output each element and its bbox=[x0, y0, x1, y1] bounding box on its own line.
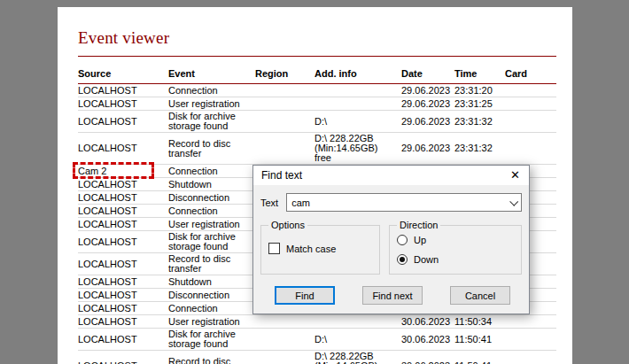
cell-date: 30.06.2023 bbox=[401, 317, 454, 327]
cell-event: Record to disc transfer bbox=[168, 139, 255, 159]
cell-event: User registration bbox=[168, 99, 255, 109]
cell-source: LOCALHOST bbox=[78, 259, 168, 269]
cell-time: 23:31:32 bbox=[454, 117, 505, 127]
cell-event: Connection bbox=[168, 206, 255, 216]
cell-event: Connection bbox=[168, 167, 255, 176]
cell-source: LOCALHOST bbox=[78, 180, 168, 190]
cell-event: Disk for archive storage found bbox=[168, 232, 255, 252]
column-header-region: Region bbox=[255, 68, 314, 79]
cell-add-info: D:\ bbox=[314, 335, 401, 345]
cell-source: LOCALHOST bbox=[78, 99, 168, 109]
cancel-button[interactable]: Cancel bbox=[450, 286, 510, 305]
match-case-label: Match case bbox=[286, 244, 336, 254]
cell-event: User registration bbox=[168, 220, 255, 229]
checkbox-icon[interactable] bbox=[268, 243, 280, 254]
cell-source: LOCALHOST bbox=[78, 86, 168, 96]
search-text-combobox[interactable]: cam bbox=[286, 193, 522, 212]
cell-event: Connection bbox=[168, 304, 255, 314]
cell-source: LOCALHOST bbox=[78, 117, 168, 127]
dialog-title: Find text bbox=[261, 169, 302, 182]
column-header-date: Date bbox=[401, 68, 454, 79]
column-header-event: Event bbox=[168, 68, 255, 79]
options-group-label: Options bbox=[268, 220, 307, 230]
column-header-card: Card bbox=[505, 68, 556, 79]
table-row[interactable]: LOCALHOSTConnection29.06.202323:31:20 bbox=[78, 84, 556, 97]
cell-event: Disconnection bbox=[168, 193, 255, 203]
table-row[interactable]: LOCALHOSTRecord to disc transferD:\ 228.… bbox=[78, 133, 556, 165]
cell-date: 29.06.2023 bbox=[401, 99, 454, 109]
find-button[interactable]: Find bbox=[275, 286, 335, 305]
find-match-highlight: Cam 2 bbox=[78, 167, 106, 176]
cell-event: Record to disc transfer bbox=[168, 357, 255, 364]
cell-date: 29.06.2023 bbox=[401, 143, 454, 153]
direction-down-label: Down bbox=[414, 254, 439, 265]
cell-time: 11:50:41 bbox=[454, 335, 505, 345]
column-header-source: Source bbox=[78, 68, 168, 79]
cell-source: LOCALHOST bbox=[78, 237, 168, 247]
text-field-row: Text cam bbox=[260, 193, 522, 212]
cell-time: 23:31:25 bbox=[454, 99, 505, 109]
dialog-groups: Options Match case Direction Up Down bbox=[260, 220, 522, 275]
cell-time: 23:31:32 bbox=[454, 143, 505, 153]
direction-group: Direction Up Down bbox=[389, 220, 522, 275]
cell-date: 29.06.2023 bbox=[401, 117, 454, 127]
cell-source: Cam 2 bbox=[78, 167, 168, 176]
table-row[interactable]: LOCALHOSTUser registration30.06.202311:5… bbox=[78, 315, 556, 329]
cell-event: Disconnection bbox=[168, 290, 255, 300]
table-row[interactable]: LOCALHOSTDisk for archive storage foundD… bbox=[78, 329, 556, 351]
direction-group-label: Direction bbox=[397, 220, 440, 230]
cell-source: LOCALHOST bbox=[78, 143, 168, 153]
page-title: Event viewer bbox=[78, 28, 556, 48]
cell-time: 11:50:34 bbox=[454, 317, 505, 327]
column-header-addinfo: Add. info bbox=[314, 68, 401, 79]
table-row[interactable]: LOCALHOSTRecord to disc transferD:\ 228.… bbox=[78, 351, 556, 364]
match-case-checkbox[interactable]: Match case bbox=[268, 243, 372, 254]
table-row[interactable]: LOCALHOSTDisk for archive storage foundD… bbox=[78, 111, 556, 133]
direction-up-radio[interactable]: Up bbox=[397, 235, 514, 245]
cell-event: User registration bbox=[168, 317, 255, 327]
cell-event: Connection bbox=[168, 86, 255, 96]
table-header-row: Source Event Region Add. info Date Time … bbox=[78, 57, 556, 84]
dialog-body: Text cam Options Match case Direction Up bbox=[253, 185, 529, 314]
close-icon[interactable]: ✕ bbox=[501, 166, 529, 185]
radio-down-icon[interactable] bbox=[397, 254, 408, 265]
direction-up-label: Up bbox=[414, 235, 426, 245]
cell-add-info: D:\ bbox=[314, 117, 401, 127]
cell-source: LOCALHOST bbox=[78, 193, 168, 203]
column-header-time: Time bbox=[454, 68, 505, 79]
radio-up-icon[interactable] bbox=[397, 235, 408, 245]
find-text-dialog: Find text ✕ Text cam Options Match case … bbox=[252, 165, 530, 314]
cell-time: 23:31:20 bbox=[454, 86, 505, 96]
text-field-label: Text bbox=[260, 197, 278, 208]
find-next-button[interactable]: Find next bbox=[362, 286, 423, 305]
cell-source: LOCALHOST bbox=[78, 277, 168, 287]
table-row[interactable]: LOCALHOSTUser registration29.06.202323:3… bbox=[78, 97, 556, 111]
dialog-buttons: Find Find next Cancel bbox=[260, 286, 522, 305]
cell-source: LOCALHOST bbox=[78, 206, 168, 216]
cell-event: Disk for archive storage found bbox=[168, 329, 255, 349]
search-text-value: cam bbox=[291, 197, 310, 208]
cell-event: Shutdown bbox=[168, 277, 255, 287]
cell-source: LOCALHOST bbox=[78, 290, 168, 300]
direction-down-radio[interactable]: Down bbox=[397, 254, 514, 265]
dialog-titlebar[interactable]: Find text ✕ bbox=[253, 166, 529, 185]
cell-event: Disk for archive storage found bbox=[168, 112, 255, 131]
cell-source: LOCALHOST bbox=[78, 304, 168, 314]
cell-date: 30.06.2023 bbox=[401, 335, 454, 345]
cell-source: LOCALHOST bbox=[78, 317, 168, 327]
cell-source: LOCALHOST bbox=[78, 220, 168, 229]
cell-add-info: D:\ 228.22GB (Min:14.65GB) free bbox=[314, 352, 401, 364]
cell-source: LOCALHOST bbox=[78, 335, 168, 345]
options-group: Options Match case bbox=[260, 220, 380, 275]
chevron-down-icon[interactable] bbox=[505, 194, 521, 211]
cell-event: Record to disc transfer bbox=[168, 254, 255, 274]
cell-event: Shutdown bbox=[168, 180, 255, 190]
cell-add-info: D:\ 228.22GB (Min:14.65GB) free bbox=[314, 134, 401, 163]
cell-date: 29.06.2023 bbox=[401, 86, 454, 96]
